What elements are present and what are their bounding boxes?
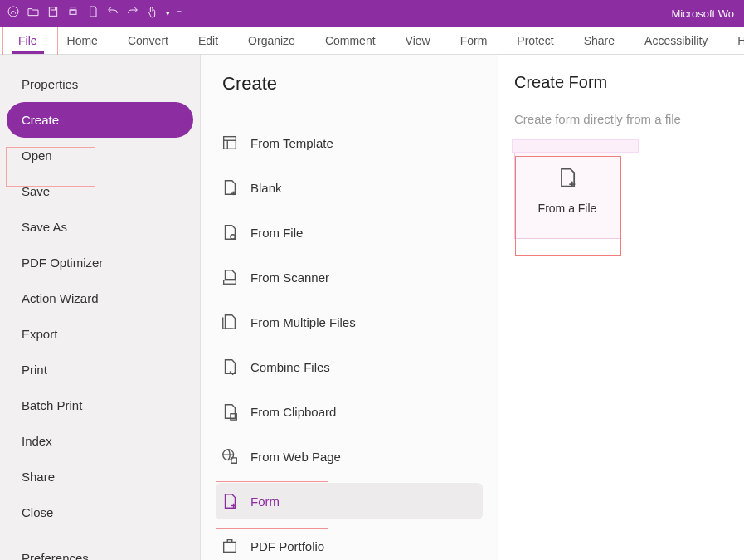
side-item-print[interactable]: Print — [0, 352, 200, 387]
create-item-label: From Clipboard — [250, 405, 336, 419]
portfolio-icon — [221, 537, 239, 555]
ribbon: File Home Convert Edit Organize Comment … — [0, 27, 744, 55]
create-heading: Create — [222, 73, 483, 95]
tab-accessibility[interactable]: Accessibility — [630, 27, 722, 54]
svg-rect-3 — [70, 10, 76, 14]
svg-rect-14 — [224, 542, 236, 552]
tab-share[interactable]: Share — [569, 27, 630, 54]
side-item-index[interactable]: Index — [0, 423, 200, 459]
tile-label: From a File — [538, 202, 597, 215]
hand-icon[interactable] — [146, 5, 159, 22]
annotation-tile-top — [512, 139, 639, 153]
multiple-files-icon — [221, 313, 239, 331]
svg-rect-9 — [224, 280, 236, 285]
side-item-export[interactable]: Export — [0, 316, 200, 352]
template-icon — [221, 134, 239, 152]
from-a-file-tile[interactable]: From a File — [514, 141, 620, 239]
qat-dropdown-icon[interactable]: ▾ — [166, 9, 170, 17]
create-form[interactable]: Form — [216, 483, 483, 519]
create-blank[interactable]: Blank — [216, 169, 483, 206]
blank-page-icon — [221, 178, 239, 197]
app-logo-icon — [7, 5, 20, 22]
qat-overflow-icon[interactable]: ⁼ — [177, 7, 182, 19]
side-item-save[interactable]: Save — [0, 173, 200, 209]
side-item-open[interactable]: Open — [0, 138, 200, 173]
create-item-label: PDF Portfolio — [250, 539, 324, 553]
window-title: Microsoft Wo — [671, 7, 737, 20]
create-from-multiple[interactable]: From Multiple Files — [216, 304, 483, 340]
tab-file[interactable]: File — [3, 27, 52, 54]
create-from-clipboard[interactable]: From Clipboard — [216, 393, 483, 430]
create-from-web[interactable]: From Web Page — [216, 438, 483, 475]
create-item-label: From Template — [250, 136, 333, 150]
side-item-close[interactable]: Close — [0, 494, 200, 530]
create-item-label: From Scanner — [250, 270, 329, 285]
combine-icon — [221, 358, 239, 376]
tab-help[interactable]: H — [722, 27, 744, 54]
side-item-create[interactable]: Create — [7, 102, 193, 138]
create-combine[interactable]: Combine Files — [216, 348, 483, 385]
create-from-template[interactable]: From Template — [216, 124, 483, 161]
create-item-label: Form — [250, 494, 280, 509]
print-icon[interactable] — [66, 5, 80, 22]
tab-protect[interactable]: Protect — [502, 27, 568, 54]
svg-rect-4 — [71, 7, 75, 10]
scanner-icon — [221, 268, 239, 286]
tab-home[interactable]: Home — [52, 27, 113, 54]
create-item-label: Combine Files — [250, 360, 330, 374]
side-item-batch-print[interactable]: Batch Print — [0, 387, 200, 423]
tab-edit[interactable]: Edit — [183, 27, 233, 54]
tab-convert[interactable]: Convert — [113, 27, 183, 54]
side-item-properties[interactable]: Properties — [0, 66, 200, 102]
tab-comment[interactable]: Comment — [310, 27, 391, 54]
open-icon[interactable] — [27, 5, 40, 22]
create-from-file[interactable]: From File — [216, 214, 483, 251]
tab-view[interactable]: View — [391, 27, 445, 54]
titlebar: ▾ ⁼ Microsoft Wo — [0, 0, 744, 27]
create-portfolio[interactable]: PDF Portfolio — [216, 528, 483, 560]
svg-rect-5 — [224, 137, 236, 149]
svg-point-8 — [231, 235, 236, 240]
form-icon — [221, 492, 239, 510]
save-icon[interactable] — [46, 5, 60, 22]
create-from-scanner[interactable]: From Scanner — [216, 259, 483, 295]
side-item-save-as[interactable]: Save As — [0, 209, 200, 245]
tab-form[interactable]: Form — [445, 27, 503, 54]
form-panel-heading: Create Form — [514, 73, 727, 92]
side-item-preferences[interactable]: Preferences — [0, 540, 200, 560]
svg-rect-1 — [49, 7, 56, 17]
create-panel: Create From Template Blank From File Fro… — [201, 55, 498, 560]
file-side-menu: Properties Create Open Save Save As PDF … — [0, 55, 201, 560]
page-icon[interactable] — [86, 5, 100, 22]
svg-rect-10 — [231, 414, 236, 420]
form-panel-subtitle: Create form directly from a file — [514, 112, 727, 126]
svg-rect-2 — [51, 7, 55, 10]
redo-icon[interactable] — [126, 5, 139, 22]
create-item-label: From Multiple Files — [250, 315, 356, 329]
create-form-panel: Create Form Create form directly from a … — [498, 55, 744, 560]
undo-icon[interactable] — [106, 5, 119, 22]
side-item-action-wizard[interactable]: Action Wizard — [0, 280, 200, 316]
file-icon — [221, 223, 239, 241]
create-item-label: From Web Page — [250, 450, 341, 464]
side-item-share[interactable]: Share — [0, 459, 200, 494]
create-item-label: Blank — [250, 181, 282, 195]
tab-organize[interactable]: Organize — [233, 27, 310, 54]
side-item-pdf-optimizer[interactable]: PDF Optimizer — [0, 245, 200, 280]
globe-icon — [221, 447, 239, 465]
file-plus-icon — [556, 166, 579, 192]
clipboard-icon — [221, 402, 239, 421]
create-item-label: From File — [250, 226, 303, 240]
